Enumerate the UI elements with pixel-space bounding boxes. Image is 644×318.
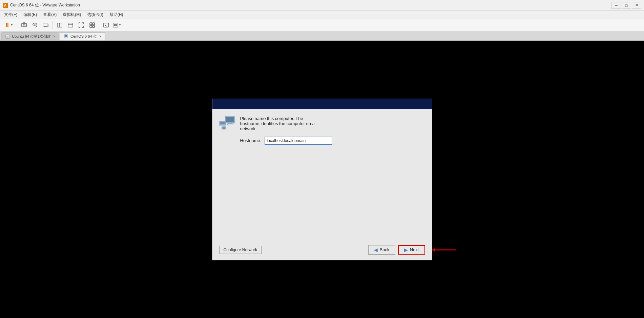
title-bar: V CentOS 6 64 位 - VMware Workstation ─ □… xyxy=(0,0,644,11)
toolbar-separator-2 xyxy=(53,21,53,29)
next-button[interactable]: ▶ Next xyxy=(398,245,425,255)
network-icon xyxy=(219,116,236,130)
close-button[interactable]: ✕ xyxy=(632,2,641,9)
toolbar: ⏸ ▼ xyxy=(0,19,644,31)
svg-point-4 xyxy=(34,24,36,26)
svg-rect-25 xyxy=(65,35,67,37)
vm-spacer xyxy=(219,152,425,253)
svg-rect-35 xyxy=(222,127,225,128)
app-icon: V xyxy=(3,3,8,8)
vm-footer: Configure Network ◀ Back ▶ Next xyxy=(219,245,425,255)
centos-tab-icon xyxy=(64,34,68,39)
menu-vm[interactable]: 虚拟机(M) xyxy=(60,11,84,18)
svg-rect-32 xyxy=(219,125,225,126)
settings-button[interactable]: ▼ xyxy=(112,20,122,30)
pause-dropdown-icon: ▼ xyxy=(11,23,13,26)
main-area: Please name this computer. The hostname … xyxy=(0,41,644,318)
menu-bar: 文件(F) 编辑(E) 查看(V) 虚拟机(M) 选项卡(I) 帮助(H) xyxy=(0,11,644,19)
svg-rect-28 xyxy=(228,123,232,124)
restore-snapshot-button[interactable] xyxy=(30,20,40,30)
ubuntu-tab-icon xyxy=(5,34,10,39)
svg-rect-29 xyxy=(227,123,233,124)
settings-dropdown-icon: ▼ xyxy=(119,23,121,26)
svg-rect-14 xyxy=(92,23,95,25)
menu-file[interactable]: 文件(F) xyxy=(1,11,20,18)
hostname-input[interactable] xyxy=(265,137,332,145)
vm-body: Please name this computer. The hostname … xyxy=(219,116,425,145)
vm-header-bar xyxy=(212,99,432,109)
back-button[interactable]: ◀ Back xyxy=(368,245,395,255)
tab-centos-label: CentOS 6 64 位 xyxy=(70,34,97,39)
description-line1: Please name this computer. The xyxy=(240,116,333,121)
description-line2: hostname identifies the computer on a xyxy=(240,121,333,126)
next-wrapper: ▶ Next xyxy=(398,245,425,255)
tab-ubuntu-label: Ubuntu 64 位第1次创建 xyxy=(12,34,51,39)
tab-ubuntu[interactable]: Ubuntu 64 位第1次创建 ✕ xyxy=(1,32,59,40)
back-arrow-icon: ◀ xyxy=(374,247,378,253)
view-split-button[interactable] xyxy=(55,20,64,30)
next-label: Next xyxy=(410,247,419,252)
view-tabs-button[interactable] xyxy=(66,20,75,30)
menu-edit[interactable]: 编辑(E) xyxy=(21,11,40,18)
svg-point-3 xyxy=(23,24,25,26)
svg-rect-19 xyxy=(113,23,118,27)
svg-rect-15 xyxy=(90,25,92,27)
window-controls: ─ □ ✕ xyxy=(611,2,641,9)
svg-rect-27 xyxy=(226,116,234,122)
restore-button[interactable]: □ xyxy=(622,2,631,9)
svg-rect-17 xyxy=(104,23,108,27)
unity-button[interactable] xyxy=(87,20,97,30)
hostname-label: Hostname: xyxy=(240,138,262,143)
hostname-row: Hostname: xyxy=(240,137,333,145)
vm-content: Please name this computer. The hostname … xyxy=(212,109,432,260)
minimize-button[interactable]: ─ xyxy=(611,2,621,9)
snapshot-button[interactable] xyxy=(19,20,29,30)
menu-view[interactable]: 查看(V) xyxy=(40,11,59,18)
svg-rect-5 xyxy=(43,23,47,26)
back-label: Back xyxy=(380,247,390,252)
svg-text:V: V xyxy=(4,4,6,7)
svg-marker-37 xyxy=(432,248,435,252)
tab-centos-close[interactable]: ✕ xyxy=(99,35,102,38)
window-title: CentOS 6 64 位 - VMware Workstation xyxy=(10,2,611,8)
tab-ubuntu-close[interactable]: ✕ xyxy=(53,35,56,38)
svg-rect-13 xyxy=(90,23,92,25)
description-line3: network. xyxy=(240,126,333,131)
fullscreen-button[interactable] xyxy=(77,20,86,30)
annotation-arrow xyxy=(429,246,456,254)
vm-description: Please name this computer. The hostname … xyxy=(240,116,333,145)
toolbar-separator-3 xyxy=(99,21,99,29)
terminal-button[interactable] xyxy=(101,20,111,30)
toolbar-separator-1 xyxy=(17,21,17,29)
nav-buttons: ◀ Back ▶ Next xyxy=(368,245,425,255)
configure-network-button[interactable]: Configure Network xyxy=(219,246,262,254)
svg-rect-23 xyxy=(6,36,8,38)
menu-tabs[interactable]: 选项卡(I) xyxy=(84,11,106,18)
vm-window: Please name this computer. The hostname … xyxy=(212,99,432,260)
svg-rect-31 xyxy=(220,121,225,124)
tabs-bar: Ubuntu 64 位第1次创建 ✕ CentOS 6 64 位 ✕ xyxy=(0,31,644,41)
snapshot-manager-button[interactable] xyxy=(41,20,50,30)
next-arrow-icon: ▶ xyxy=(404,247,408,253)
svg-rect-11 xyxy=(68,23,73,27)
pause-button[interactable]: ⏸ ▼ xyxy=(3,20,15,30)
menu-help[interactable]: 帮助(H) xyxy=(107,11,126,18)
tab-centos[interactable]: CentOS 6 64 位 ✕ xyxy=(60,32,105,40)
svg-rect-16 xyxy=(92,25,95,27)
pause-icon: ⏸ xyxy=(4,22,10,28)
